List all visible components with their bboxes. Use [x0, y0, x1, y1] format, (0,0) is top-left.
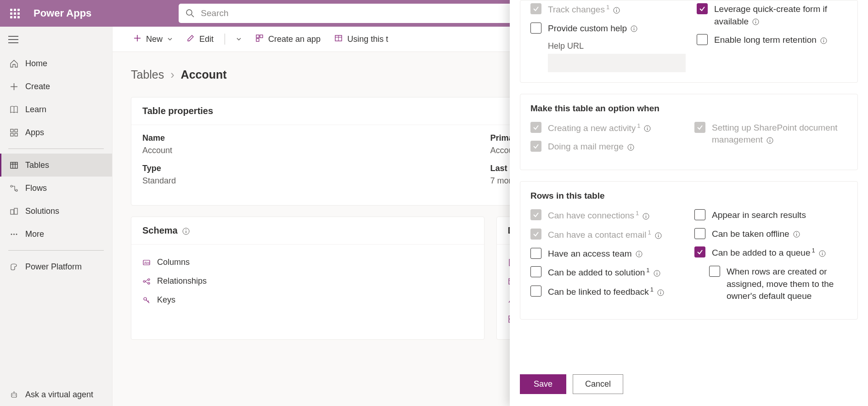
properties-panel: Track changes1 Provide custom help Help …: [510, 0, 868, 406]
info-icon[interactable]: [820, 37, 827, 44]
solutions-icon: [10, 207, 18, 216]
relationships-icon: [142, 277, 151, 286]
nav-flows[interactable]: Flows: [0, 177, 112, 200]
svg-point-20: [13, 234, 15, 235]
nav-more[interactable]: More: [0, 223, 112, 246]
svg-point-68: [823, 39, 824, 40]
schema-card: Schema AbcColumns Relationships Keys: [131, 217, 485, 340]
keys-icon: [142, 296, 151, 304]
svg-point-0: [186, 10, 192, 15]
checkbox-contact-email: [530, 229, 541, 240]
app-launcher-icon[interactable]: [10, 9, 20, 18]
info-icon[interactable]: [636, 251, 643, 257]
svg-rect-11: [11, 162, 17, 168]
breadcrumb-current: Account: [181, 68, 227, 81]
toolbar-using-table[interactable]: Using this t: [330, 31, 393, 47]
info-icon[interactable]: [654, 270, 660, 277]
svg-point-92: [660, 291, 661, 292]
info-icon[interactable]: [631, 25, 637, 32]
bot-icon: [10, 390, 18, 399]
link-columns[interactable]: AbcColumns: [142, 253, 473, 272]
info-icon[interactable]: [627, 144, 634, 151]
info-icon[interactable]: [657, 289, 664, 296]
svg-point-15: [11, 185, 12, 187]
checkbox-queue-default[interactable]: [709, 266, 720, 277]
columns-icon: Abc: [142, 258, 151, 267]
chevron-down-icon: [167, 36, 173, 42]
nav-create[interactable]: Create: [0, 75, 112, 98]
app-icon: [255, 34, 264, 45]
svg-point-80: [646, 214, 647, 215]
svg-point-19: [11, 234, 12, 235]
chevron-right-icon: ›: [170, 68, 174, 81]
checkbox-connections: [530, 209, 541, 220]
svg-point-41: [148, 282, 150, 284]
checkbox-sharepoint: [694, 122, 705, 133]
card-title: Schema: [131, 217, 484, 245]
search-input[interactable]: [179, 4, 537, 23]
checkbox-queue[interactable]: [694, 246, 705, 257]
checkbox-quick-create[interactable]: [697, 3, 708, 14]
info-icon[interactable]: [752, 18, 759, 25]
section-table-option: Make this table an option when Creating …: [520, 94, 858, 171]
chevron-down-icon: [236, 36, 242, 42]
svg-rect-17: [11, 210, 14, 214]
section-rows: Rows in this table Can have connections1…: [520, 181, 858, 320]
svg-line-45: [146, 300, 149, 303]
svg-rect-10: [15, 133, 17, 136]
link-keys[interactable]: Keys: [142, 291, 473, 309]
info-icon[interactable]: [767, 137, 773, 144]
save-button[interactable]: Save: [520, 374, 566, 394]
checkbox-access-team[interactable]: [530, 248, 541, 259]
section-title: Rows in this table: [530, 191, 847, 201]
svg-line-43: [145, 281, 148, 283]
info-icon[interactable]: [613, 7, 620, 14]
toolbar-edit-dropdown[interactable]: [231, 34, 246, 45]
nav-power-platform[interactable]: Power Platform: [0, 255, 112, 278]
toolbar-edit[interactable]: Edit: [182, 31, 218, 47]
svg-point-74: [630, 145, 631, 146]
checkbox-new-activity: [530, 122, 541, 133]
nav-solutions[interactable]: Solutions: [0, 200, 112, 223]
nav-tables[interactable]: Tables: [0, 154, 112, 177]
nav-apps[interactable]: Apps: [0, 121, 112, 144]
toolbar-create-app[interactable]: Create an app: [251, 31, 325, 47]
svg-rect-9: [11, 133, 13, 136]
info-icon[interactable]: [643, 213, 649, 220]
book-icon: [10, 105, 18, 114]
link-relationships[interactable]: Relationships: [142, 272, 473, 291]
hamburger-icon[interactable]: [8, 36, 112, 45]
checkbox-feedback[interactable]: [530, 286, 541, 297]
plus-icon: [10, 82, 18, 91]
prop-name-value: Account: [142, 146, 490, 155]
prop-type-label: Type: [142, 164, 490, 173]
info-icon[interactable]: [819, 250, 826, 257]
svg-line-42: [145, 280, 148, 281]
info-icon[interactable]: [655, 232, 662, 239]
checkbox-search-results[interactable]: [694, 209, 705, 220]
checkbox-custom-help[interactable]: [530, 23, 541, 34]
svg-rect-28: [256, 35, 259, 38]
checkbox-track-changes: [530, 3, 541, 14]
info-icon[interactable]: [793, 231, 800, 238]
nav-learn[interactable]: Learn: [0, 98, 112, 121]
prop-type-value: Standard: [142, 176, 490, 186]
info-icon[interactable]: [182, 228, 190, 235]
checkbox-solution[interactable]: [530, 266, 541, 277]
toolbar-new[interactable]: New: [129, 31, 177, 47]
nav-home[interactable]: Home: [0, 52, 112, 75]
checkbox-offline[interactable]: [694, 228, 705, 239]
brand-title: Power Apps: [34, 7, 91, 19]
help-url-input[interactable]: [548, 54, 686, 72]
svg-point-59: [616, 8, 617, 9]
table-icon: [10, 161, 18, 170]
cancel-button[interactable]: Cancel: [573, 374, 623, 394]
svg-point-77: [770, 138, 771, 139]
checkbox-long-term[interactable]: [697, 34, 708, 45]
info-icon[interactable]: [644, 125, 651, 132]
breadcrumb-parent[interactable]: Tables: [131, 68, 164, 81]
nav-virtual-agent[interactable]: Ask a virtual agent: [0, 383, 112, 406]
apps-icon: [10, 128, 18, 137]
svg-point-21: [16, 234, 17, 235]
svg-rect-30: [256, 39, 259, 41]
